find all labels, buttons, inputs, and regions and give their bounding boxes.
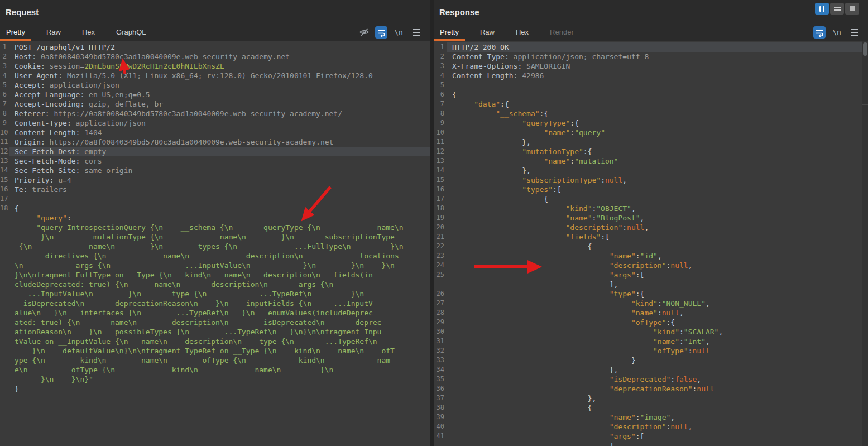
line-number: 32 <box>434 346 447 356</box>
line-number: 16 <box>0 185 9 194</box>
code-line: 10Content-Length: 1404 <box>0 128 430 137</box>
line-number: 4 <box>0 71 9 80</box>
word-wrap-button[interactable] <box>375 26 387 39</box>
panel-splitter[interactable] <box>430 0 434 446</box>
response-show-newlines-button[interactable]: \n <box>831 26 843 39</box>
code-line: cludeDeprecated: true) {\n name\n descri… <box>0 280 430 289</box>
line-number <box>434 280 447 289</box>
line-number: 39 <box>434 413 447 422</box>
request-tab-pretty[interactable]: Pretty <box>0 23 31 41</box>
code-line: 37 }, <box>434 394 868 403</box>
line-number: 3 <box>0 61 9 71</box>
line-number: 31 <box>434 337 447 346</box>
code-line: 24 "description":null, <box>434 261 868 270</box>
line-number <box>0 270 9 280</box>
request-tab-hex[interactable]: Hex <box>76 23 101 41</box>
line-number: 9 <box>0 118 9 128</box>
line-number: 18 <box>0 204 9 213</box>
line-number: 38 <box>434 403 447 413</box>
newline-icon: \n <box>394 28 403 36</box>
line-number <box>0 223 9 232</box>
code-line: 39 "name":"image", <box>434 413 868 422</box>
line-number: 34 <box>434 365 447 375</box>
code-line: 8 "__schema":{ <box>434 109 868 118</box>
code-line: e\n ofType {\n kind\n name\n }\n <box>0 365 430 375</box>
line-number <box>0 289 9 299</box>
layout-menu-button[interactable] <box>830 3 844 15</box>
code-line: 12 "mutationType":{ <box>434 147 868 156</box>
line-number: 29 <box>434 318 447 327</box>
line-number: 19 <box>434 213 447 223</box>
line-number: 35 <box>434 375 447 384</box>
code-line: }\n defaultValue\n}\n\nfragment TypeRef … <box>0 346 430 356</box>
code-line: 3Cookie: session=2DmLbunSLMwD2RcH1n2cE0h… <box>0 61 430 71</box>
code-line: 28 "name":null, <box>434 308 868 318</box>
hamburger-menu-icon <box>851 29 858 36</box>
code-line: 6{ <box>434 90 868 99</box>
line-number: 2 <box>434 52 447 61</box>
code-line: 2Content-Type: application/json; charset… <box>434 52 868 61</box>
line-number: 6 <box>434 90 447 99</box>
line-number: 14 <box>434 166 447 175</box>
response-tab-hex[interactable]: Hex <box>510 23 535 41</box>
line-number: 10 <box>434 128 447 137</box>
response-tabbar: Pretty Raw Hex Render \n <box>434 23 868 41</box>
code-line: ], <box>434 280 868 289</box>
code-line: }\n mutationType {\n name\n }\n subscrip… <box>0 232 430 242</box>
line-number <box>0 251 9 261</box>
request-tab-graphql[interactable]: GraphQL <box>110 23 152 41</box>
response-scrollbar-track[interactable] <box>862 41 868 446</box>
code-line: ationReason\n }\n possibleTypes {\n ...T… <box>0 327 430 337</box>
code-line: 26 "type":{ <box>434 289 868 299</box>
line-number: 13 <box>0 156 9 166</box>
show-newlines-button[interactable]: \n <box>392 26 405 39</box>
line-number: 7 <box>434 99 447 109</box>
code-line: 34 }, <box>434 365 868 375</box>
code-line: 22 { <box>434 242 868 251</box>
line-number <box>0 365 9 375</box>
code-line: 16 "types":[ <box>434 185 868 194</box>
stop-button[interactable] <box>845 3 859 15</box>
response-scrollbar-thumb[interactable] <box>863 42 867 56</box>
newline-icon: \n <box>832 28 841 36</box>
line-number <box>0 346 9 356</box>
line-number: 1 <box>0 42 9 52</box>
burp-repeater-window: Request Pretty Raw Hex GraphQL <box>0 0 868 446</box>
line-number: 21 <box>434 232 447 242</box>
line-number: 23 <box>434 251 447 261</box>
line-number: 20 <box>434 223 447 232</box>
response-tab-render: Render <box>544 23 580 41</box>
code-line: 11Origin: https://0a8f00840349bd5780c3ad… <box>0 137 430 147</box>
response-word-wrap-button[interactable] <box>813 26 826 39</box>
code-line: 7 "data":{ <box>434 99 868 109</box>
line-number <box>0 318 9 327</box>
request-editor-menu-button[interactable] <box>410 26 422 39</box>
code-line: 14 }, <box>434 166 868 175</box>
code-line: ated: true) {\n name\n description\n isD… <box>0 318 430 327</box>
line-number: 16 <box>434 185 447 194</box>
hide-matches-button[interactable] <box>358 26 370 39</box>
line-number: 11 <box>0 137 9 147</box>
line-number: 14 <box>0 166 9 175</box>
pause-button[interactable] <box>815 3 829 15</box>
code-line: 35 "isDeprecated":false, <box>434 375 868 384</box>
code-line: {\n name\n }\n types {\n ...FullType\n }… <box>0 242 430 251</box>
code-line: 36 "deprecationReason":null <box>434 384 868 394</box>
line-number: 7 <box>0 99 9 109</box>
request-editor[interactable]: 1POST /graphql/v1 HTTP/22Host: 0a8f00840… <box>0 41 430 446</box>
response-editor[interactable]: 1HTTP/2 200 OK2Content-Type: application… <box>434 41 868 446</box>
code-line: 13 "name":"mutation" <box>434 156 868 166</box>
code-line: alue\n }\n interfaces {\n ...TypeRef\n }… <box>0 308 430 318</box>
request-tab-raw[interactable]: Raw <box>40 23 67 41</box>
code-line: 1HTTP/2 200 OK <box>434 42 868 52</box>
code-line: \n args {\n ...InputValue\n }\n }\n }\n <box>0 261 430 270</box>
response-editor-menu-button[interactable] <box>848 26 860 39</box>
response-tab-raw[interactable]: Raw <box>474 23 501 41</box>
code-line: 29 "ofType":{ <box>434 318 868 327</box>
word-wrap-icon <box>376 27 386 37</box>
code-line: 13Sec-Fetch-Mode: cors <box>0 156 430 166</box>
response-tab-pretty[interactable]: Pretty <box>434 23 465 41</box>
line-number: 22 <box>434 242 447 251</box>
line-number: 36 <box>434 384 447 394</box>
code-line: 23 "name":"id", <box>434 251 868 261</box>
